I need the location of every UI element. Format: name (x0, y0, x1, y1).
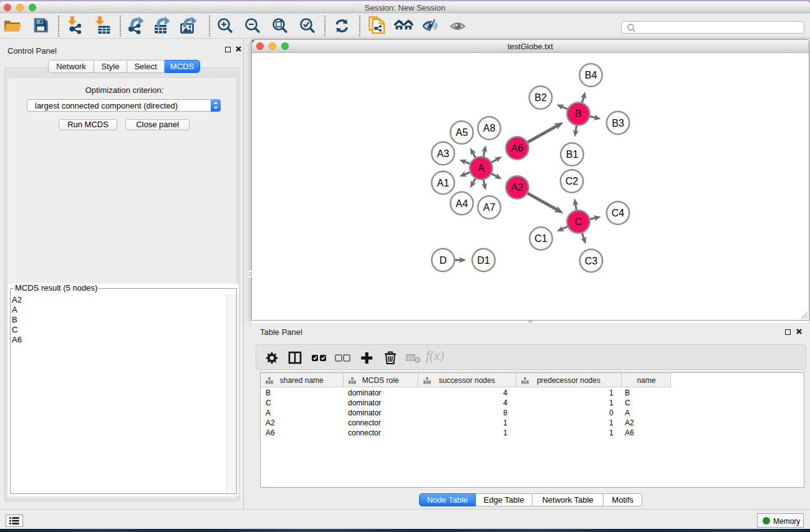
svg-text:B: B (575, 109, 582, 119)
svg-text:B1: B1 (566, 149, 579, 160)
svg-text:D: D (440, 255, 447, 266)
svg-text:A8: A8 (483, 123, 496, 133)
svg-text:A3: A3 (437, 148, 450, 159)
svg-text:C1: C1 (534, 233, 547, 244)
svg-text:B4: B4 (585, 70, 597, 80)
svg-text:C4: C4 (612, 208, 625, 218)
svg-text:A7: A7 (483, 202, 496, 213)
svg-text:A2: A2 (511, 182, 524, 193)
svg-text:A1: A1 (437, 178, 450, 188)
svg-text:A5: A5 (456, 127, 468, 138)
svg-text:C: C (575, 216, 582, 227)
svg-text:A: A (478, 163, 485, 173)
svg-text:D1: D1 (477, 255, 490, 266)
svg-text:A6: A6 (511, 143, 524, 153)
svg-text:B3: B3 (612, 118, 624, 128)
svg-text:A4: A4 (456, 198, 468, 209)
svg-text:C2: C2 (566, 176, 579, 186)
svg-text:B2: B2 (534, 92, 547, 103)
svg-text:C3: C3 (585, 256, 598, 266)
